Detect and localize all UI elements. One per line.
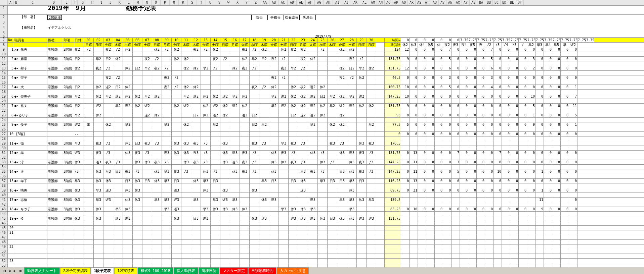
staff-row-blank: 14 (0, 71, 644, 75)
approval-stamps: 院長事務長総看護長所属長 (251, 15, 316, 20)
staff-row-blank: 40 (0, 193, 644, 198)
sheet-tab[interactable]: 様式9_100_201B (138, 267, 173, 268)
stamp-row: 院長事務長総看護長所属長 (251, 15, 316, 20)
header-row-1: 7 No 職員名 職種 部署 日付 0102030405060708091011… (0, 38, 644, 43)
empty-row[interactable]: 4621 (0, 230, 644, 235)
staff-row-blank: 42 (0, 202, 644, 207)
staff-row-blank: 34 (0, 165, 644, 169)
empty-row[interactable]: 4520 (0, 226, 644, 230)
staff-row[interactable]: 196●× 登美子看護師2階病早2休2早2遅2休2休2早2遅2早2遅2休2休2遅… (0, 94, 644, 99)
facility-value: イデアネクシス (47, 25, 88, 31)
staff-row-blank: 32 (0, 155, 644, 160)
staff-row[interactable]: 3916●× 晴美看護師3階病休3早3遅3休3休3遅3休3休3休3遅3休369.… (0, 188, 644, 193)
spreadsheet[interactable]: A B C D E F G HIJKLMNOPQRSTUVWXYZAAABACA… (0, 0, 644, 268)
row-4: 4 【施設名】 イデアネクシス (0, 25, 644, 31)
staff-row[interactable]: 133●× 邦子看護師2階病休2夜2/2休2日2早2夜2/2休2休2早2/2休2… (0, 66, 644, 71)
sheet-tab[interactable]: 勤務表入力シート (24, 267, 60, 268)
staff-row-blank: 18 (0, 90, 644, 94)
empty-row[interactable]: 48 (0, 240, 644, 244)
staff-row[interactable]: 154●× 聖子看護師2階病夜2/2夜2/2夜2/2夜2/2休246.50000… (0, 75, 644, 80)
row-1: 1 2019 年 9 月 勤務予定表 (0, 6, 644, 15)
staff-row-blank: 24 (0, 118, 644, 122)
staff-row[interactable]: 217●× 裕美看護師2階病日2遅2早2遅2休2遅2休2遅2休2遅2休2遅2休2… (0, 104, 644, 108)
staff-row[interactable]: 259●× 倭子看護師2階病遅2出休2早2早2休2早2日2早2早2休2休2早27… (0, 122, 644, 127)
staff-row-blank: 46 (0, 221, 644, 226)
sheet-tab[interactable]: 日別勤務時間 (248, 267, 276, 268)
empty-row[interactable]: 51 (0, 254, 644, 259)
staff-row[interactable]: 238●×るり子看護師2階病早2休2遅2休2日2休2遅2休2遅2日2日2遅2遅2… (0, 113, 644, 118)
staff-row-blank: 38 (0, 183, 644, 188)
staff-row[interactable]: 4519●× 怜看護師3階病休3休3遅3遅3休3日3遅3休3遅3遅3遅3遅3休3… (0, 216, 644, 221)
empty-row[interactable]: 4922 (0, 244, 644, 249)
sheet-tab[interactable]: 病棟日誌 (199, 267, 219, 268)
staff-row[interactable]: 3112●× 孝看護師3階病遅3夜3/3休3夜3/3遅3休3休3夜3/3休3遅3… (0, 151, 644, 155)
empty-row[interactable]: 47 (0, 235, 644, 240)
staff-row[interactable]: 2710【3階】--0000000000000000000000 (0, 132, 644, 136)
staff-row-blank: 44 (0, 212, 644, 216)
facility-label: 【施設名】 (20, 25, 47, 31)
staff-row[interactable]: 4318●× ちづ子看護師3階病休3休3早3休3早3遅3早3休3休3休3休3早3… (0, 207, 644, 212)
staff-row[interactable]: 91△◆ 敏夫看護師2階病夜2/2夜2/2休2休2/2休2夜2/2休2夜2/2休… (0, 47, 644, 52)
sheet-tab[interactable]: 2段予定実績表 (60, 267, 91, 268)
staff-row[interactable]: 3313●× 淳一看護師3階病休3遅3夜3/3休3休3夜3/3休3夜3/3休3遅… (0, 160, 644, 165)
sheet-tab[interactable]: 1段実績表 (114, 267, 137, 268)
staff-row-blank: 10 (0, 52, 644, 57)
dept-label: 【部 署】 (20, 15, 47, 20)
staff-row[interactable]: 4117●× 志信看護師3階病休3早3遅3休3休3早3早3遅3早3早3遅3早3休… (0, 198, 644, 202)
staff-row-blank: 28 (0, 136, 644, 141)
empty-row[interactable]: 50 (0, 249, 644, 254)
staff-row-blank: 16 (0, 80, 644, 85)
staff-row-blank: 30 (0, 146, 644, 151)
staff-row-blank: 20 (0, 99, 644, 104)
row-2: 2 【部 署】 2階病棟 院長事務長総看護長所属長 (0, 15, 644, 20)
date-cell: 2019/7/9 (311, 34, 332, 38)
staff-row-blank: 26 (0, 127, 644, 132)
staff-row-blank: 12 (0, 61, 644, 66)
sheet-tab[interactable]: 1段予定表 (91, 267, 114, 268)
staff-row[interactable]: 3514●× 正看護師3階病/3休3早3日3夜3/3休3早3夜3/3休3/3休3… (0, 169, 644, 174)
staff-row-blank: 22 (0, 108, 644, 113)
staff-row-blank: 36 (0, 174, 644, 179)
staff-row[interactable]: 175●× 大看護師2階病日2休2遅2日2休2夜2/2休2休2夜2/2休2休2夜… (0, 85, 644, 90)
header-row-2: 8 日曜月曜火曜水曜木曜金曜土曜日曜月曜火曜水曜木曜金曜土曜日曜月曜火曜水曜木曜… (0, 43, 644, 47)
staff-row[interactable]: 2911●× 徹看護師3階病早3夜3/3休3日3夜3/3休3休3夜3/3休3夜3… (0, 141, 644, 146)
sheet-tab[interactable]: 入力上のご注意 (277, 267, 309, 268)
sheet-tab[interactable]: マスター設定 (220, 267, 248, 268)
column-headers: A B C D E F G HIJKLMNOPQRSTUVWXYZAAABACA… (0, 0, 644, 6)
dept-value[interactable]: 2階病棟 (47, 15, 62, 20)
staff-row[interactable]: 3715●× 孝子看護師3階病早3休3休3日3休3日3休3早3日3休3早3日3早… (0, 179, 644, 183)
page-title: 勤務予定表 (90, 6, 192, 14)
sheet-tab[interactable]: 個人勤務表 (174, 267, 198, 268)
staff-row[interactable]: 112●× 麻里看護師2階病日2早2日2休2夜2/2休2休2夜2/2休2早2日2… (0, 57, 644, 61)
empty-row[interactable]: 5223 (0, 259, 644, 263)
sheet-tabs[interactable]: ⏮◀▶⏭ 勤務表入力シート2段予定実績表1段予定表1段実績表様式9_100_20… (0, 267, 644, 268)
